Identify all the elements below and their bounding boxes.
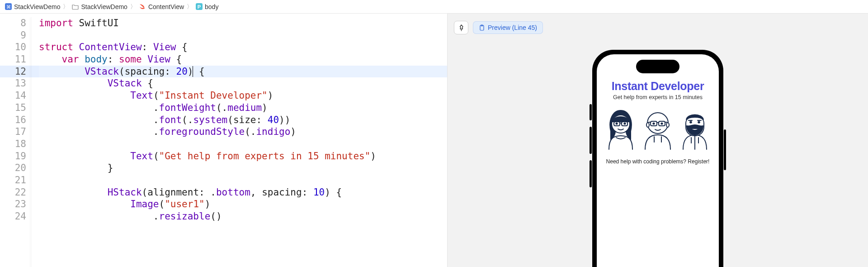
avatar-user2 — [641, 107, 675, 150]
chevron-right-icon: 〉 — [129, 3, 137, 11]
svg-point-21 — [661, 123, 662, 124]
property-icon: P — [195, 3, 203, 10]
svg-text:⌘: ⌘ — [6, 5, 10, 10]
breadcrumb-folder-label: StackViewDemo — [81, 3, 127, 10]
svg-point-23 — [698, 121, 700, 123]
breadcrumb-project-label: StackViewDemo — [14, 3, 60, 10]
app-subtitle: Get help from experts in 15 minutes — [597, 94, 719, 100]
swift-icon — [139, 3, 146, 10]
device-screen: Instant Developer Get help from experts … — [597, 54, 719, 267]
svg-point-11 — [624, 123, 625, 124]
breadcrumb: ⌘ StackViewDemo 〉 StackViewDemo 〉 Conten… — [0, 0, 868, 14]
breadcrumb-file[interactable]: ContentView — [139, 3, 184, 10]
breadcrumb-symbol[interactable]: P body — [195, 3, 218, 10]
svg-point-14 — [666, 123, 669, 127]
app-icon: ⌘ — [5, 3, 12, 10]
avatar-row — [597, 107, 719, 150]
preview-canvas: Preview (Line 45) Instant Developer Get … — [448, 14, 868, 267]
pin-icon — [458, 24, 465, 31]
breadcrumb-folder[interactable]: StackViewDemo — [71, 3, 127, 10]
code-editor[interactable]: 89101112131415161718192021222324 import … — [0, 14, 448, 267]
breadcrumb-file-label: ContentView — [148, 3, 184, 10]
svg-point-10 — [616, 123, 617, 124]
clipboard-icon — [479, 24, 485, 31]
svg-point-13 — [646, 123, 649, 127]
breadcrumb-symbol-label: body — [205, 3, 218, 10]
avatar-user3 — [678, 107, 712, 150]
dynamic-island — [636, 60, 679, 73]
svg-text:P: P — [197, 4, 200, 10]
preview-label-button[interactable]: Preview (Line 45) — [473, 21, 543, 34]
code-content[interactable]: import SwiftUI struct ContentView: View … — [32, 17, 447, 267]
chevron-right-icon: 〉 — [62, 3, 70, 11]
breadcrumb-project[interactable]: ⌘ StackViewDemo — [5, 3, 60, 10]
preview-label-text: Preview (Line 45) — [488, 24, 537, 31]
avatar-user1 — [604, 107, 638, 150]
chevron-right-icon: 〉 — [186, 3, 193, 11]
folder-icon — [71, 3, 79, 10]
line-number-gutter: 89101112131415161718192021222324 — [0, 17, 32, 267]
app-title: Instant Developer — [597, 80, 719, 93]
app-footer-text: Need help with coding problems? Register… — [597, 158, 719, 165]
svg-point-22 — [690, 121, 692, 123]
device-frame: Instant Developer Get help from experts … — [592, 50, 723, 267]
pin-preview-button[interactable] — [454, 21, 468, 34]
svg-point-20 — [653, 123, 654, 124]
